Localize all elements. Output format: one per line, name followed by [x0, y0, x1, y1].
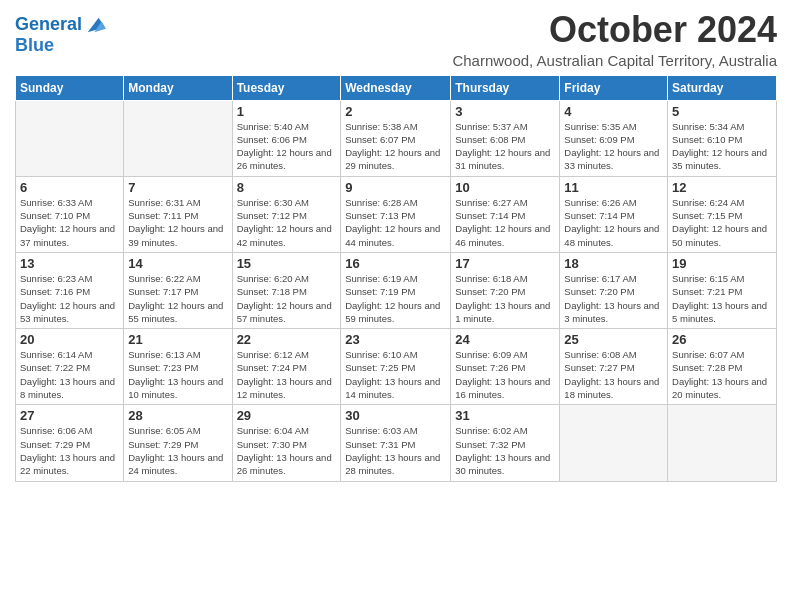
calendar-cell: 1Sunrise: 5:40 AM Sunset: 6:06 PM Daylig…	[232, 100, 341, 176]
calendar-cell: 7Sunrise: 6:31 AM Sunset: 7:11 PM Daylig…	[124, 176, 232, 252]
day-number: 4	[564, 104, 663, 119]
calendar-cell: 16Sunrise: 6:19 AM Sunset: 7:19 PM Dayli…	[341, 252, 451, 328]
calendar-cell: 8Sunrise: 6:30 AM Sunset: 7:12 PM Daylig…	[232, 176, 341, 252]
header: General Blue October 2024 Charnwood, Aus…	[15, 10, 777, 69]
day-info: Sunrise: 6:28 AM Sunset: 7:13 PM Dayligh…	[345, 196, 446, 249]
calendar-cell: 25Sunrise: 6:08 AM Sunset: 7:27 PM Dayli…	[560, 329, 668, 405]
calendar-cell	[16, 100, 124, 176]
day-number: 3	[455, 104, 555, 119]
day-info: Sunrise: 6:13 AM Sunset: 7:23 PM Dayligh…	[128, 348, 227, 401]
calendar-cell: 5Sunrise: 5:34 AM Sunset: 6:10 PM Daylig…	[668, 100, 777, 176]
subtitle: Charnwood, Australian Capital Territory,…	[452, 52, 777, 69]
day-info: Sunrise: 6:31 AM Sunset: 7:11 PM Dayligh…	[128, 196, 227, 249]
week-row-1: 6Sunrise: 6:33 AM Sunset: 7:10 PM Daylig…	[16, 176, 777, 252]
calendar-cell: 19Sunrise: 6:15 AM Sunset: 7:21 PM Dayli…	[668, 252, 777, 328]
header-row: Sunday Monday Tuesday Wednesday Thursday…	[16, 75, 777, 100]
day-info: Sunrise: 6:19 AM Sunset: 7:19 PM Dayligh…	[345, 272, 446, 325]
day-number: 6	[20, 180, 119, 195]
day-number: 9	[345, 180, 446, 195]
calendar-cell: 11Sunrise: 6:26 AM Sunset: 7:14 PM Dayli…	[560, 176, 668, 252]
calendar-cell	[668, 405, 777, 481]
calendar-cell: 12Sunrise: 6:24 AM Sunset: 7:15 PM Dayli…	[668, 176, 777, 252]
col-monday: Monday	[124, 75, 232, 100]
day-number: 25	[564, 332, 663, 347]
week-row-2: 13Sunrise: 6:23 AM Sunset: 7:16 PM Dayli…	[16, 252, 777, 328]
day-info: Sunrise: 6:17 AM Sunset: 7:20 PM Dayligh…	[564, 272, 663, 325]
day-info: Sunrise: 6:02 AM Sunset: 7:32 PM Dayligh…	[455, 424, 555, 477]
day-number: 13	[20, 256, 119, 271]
day-info: Sunrise: 6:26 AM Sunset: 7:14 PM Dayligh…	[564, 196, 663, 249]
day-number: 20	[20, 332, 119, 347]
calendar-cell: 13Sunrise: 6:23 AM Sunset: 7:16 PM Dayli…	[16, 252, 124, 328]
day-info: Sunrise: 5:38 AM Sunset: 6:07 PM Dayligh…	[345, 120, 446, 173]
day-number: 23	[345, 332, 446, 347]
calendar-cell: 27Sunrise: 6:06 AM Sunset: 7:29 PM Dayli…	[16, 405, 124, 481]
day-number: 29	[237, 408, 337, 423]
calendar-cell: 18Sunrise: 6:17 AM Sunset: 7:20 PM Dayli…	[560, 252, 668, 328]
col-saturday: Saturday	[668, 75, 777, 100]
page: General Blue October 2024 Charnwood, Aus…	[0, 0, 792, 492]
col-wednesday: Wednesday	[341, 75, 451, 100]
calendar-cell: 26Sunrise: 6:07 AM Sunset: 7:28 PM Dayli…	[668, 329, 777, 405]
calendar-cell: 15Sunrise: 6:20 AM Sunset: 7:18 PM Dayli…	[232, 252, 341, 328]
day-info: Sunrise: 5:40 AM Sunset: 6:06 PM Dayligh…	[237, 120, 337, 173]
day-info: Sunrise: 6:23 AM Sunset: 7:16 PM Dayligh…	[20, 272, 119, 325]
day-number: 19	[672, 256, 772, 271]
logo-area: General Blue	[15, 10, 106, 56]
day-number: 26	[672, 332, 772, 347]
calendar-cell: 14Sunrise: 6:22 AM Sunset: 7:17 PM Dayli…	[124, 252, 232, 328]
day-number: 10	[455, 180, 555, 195]
calendar-cell: 28Sunrise: 6:05 AM Sunset: 7:29 PM Dayli…	[124, 405, 232, 481]
calendar-cell: 31Sunrise: 6:02 AM Sunset: 7:32 PM Dayli…	[451, 405, 560, 481]
day-info: Sunrise: 6:05 AM Sunset: 7:29 PM Dayligh…	[128, 424, 227, 477]
month-title: October 2024	[452, 10, 777, 50]
calendar-cell: 2Sunrise: 5:38 AM Sunset: 6:07 PM Daylig…	[341, 100, 451, 176]
calendar-cell	[560, 405, 668, 481]
week-row-0: 1Sunrise: 5:40 AM Sunset: 6:06 PM Daylig…	[16, 100, 777, 176]
day-info: Sunrise: 6:20 AM Sunset: 7:18 PM Dayligh…	[237, 272, 337, 325]
week-row-4: 27Sunrise: 6:06 AM Sunset: 7:29 PM Dayli…	[16, 405, 777, 481]
day-info: Sunrise: 6:06 AM Sunset: 7:29 PM Dayligh…	[20, 424, 119, 477]
day-number: 12	[672, 180, 772, 195]
day-number: 11	[564, 180, 663, 195]
calendar-table: Sunday Monday Tuesday Wednesday Thursday…	[15, 75, 777, 482]
calendar-cell: 6Sunrise: 6:33 AM Sunset: 7:10 PM Daylig…	[16, 176, 124, 252]
day-info: Sunrise: 6:15 AM Sunset: 7:21 PM Dayligh…	[672, 272, 772, 325]
day-number: 17	[455, 256, 555, 271]
day-info: Sunrise: 5:35 AM Sunset: 6:09 PM Dayligh…	[564, 120, 663, 173]
calendar-cell: 4Sunrise: 5:35 AM Sunset: 6:09 PM Daylig…	[560, 100, 668, 176]
day-info: Sunrise: 6:12 AM Sunset: 7:24 PM Dayligh…	[237, 348, 337, 401]
calendar-cell: 10Sunrise: 6:27 AM Sunset: 7:14 PM Dayli…	[451, 176, 560, 252]
title-area: October 2024 Charnwood, Australian Capit…	[452, 10, 777, 69]
day-info: Sunrise: 6:07 AM Sunset: 7:28 PM Dayligh…	[672, 348, 772, 401]
day-number: 8	[237, 180, 337, 195]
col-thursday: Thursday	[451, 75, 560, 100]
day-number: 7	[128, 180, 227, 195]
day-info: Sunrise: 5:34 AM Sunset: 6:10 PM Dayligh…	[672, 120, 772, 173]
day-number: 5	[672, 104, 772, 119]
day-number: 2	[345, 104, 446, 119]
day-info: Sunrise: 6:09 AM Sunset: 7:26 PM Dayligh…	[455, 348, 555, 401]
day-number: 27	[20, 408, 119, 423]
day-info: Sunrise: 6:24 AM Sunset: 7:15 PM Dayligh…	[672, 196, 772, 249]
day-number: 18	[564, 256, 663, 271]
day-number: 30	[345, 408, 446, 423]
day-info: Sunrise: 6:33 AM Sunset: 7:10 PM Dayligh…	[20, 196, 119, 249]
day-number: 28	[128, 408, 227, 423]
day-info: Sunrise: 6:22 AM Sunset: 7:17 PM Dayligh…	[128, 272, 227, 325]
day-info: Sunrise: 6:04 AM Sunset: 7:30 PM Dayligh…	[237, 424, 337, 477]
day-number: 21	[128, 332, 227, 347]
calendar-cell: 9Sunrise: 6:28 AM Sunset: 7:13 PM Daylig…	[341, 176, 451, 252]
day-info: Sunrise: 6:03 AM Sunset: 7:31 PM Dayligh…	[345, 424, 446, 477]
col-friday: Friday	[560, 75, 668, 100]
calendar-cell: 24Sunrise: 6:09 AM Sunset: 7:26 PM Dayli…	[451, 329, 560, 405]
day-number: 16	[345, 256, 446, 271]
logo-line2: Blue	[15, 36, 106, 56]
calendar-cell	[124, 100, 232, 176]
calendar-cell: 21Sunrise: 6:13 AM Sunset: 7:23 PM Dayli…	[124, 329, 232, 405]
calendar-cell: 3Sunrise: 5:37 AM Sunset: 6:08 PM Daylig…	[451, 100, 560, 176]
day-number: 15	[237, 256, 337, 271]
calendar-cell: 22Sunrise: 6:12 AM Sunset: 7:24 PM Dayli…	[232, 329, 341, 405]
day-info: Sunrise: 5:37 AM Sunset: 6:08 PM Dayligh…	[455, 120, 555, 173]
day-number: 24	[455, 332, 555, 347]
